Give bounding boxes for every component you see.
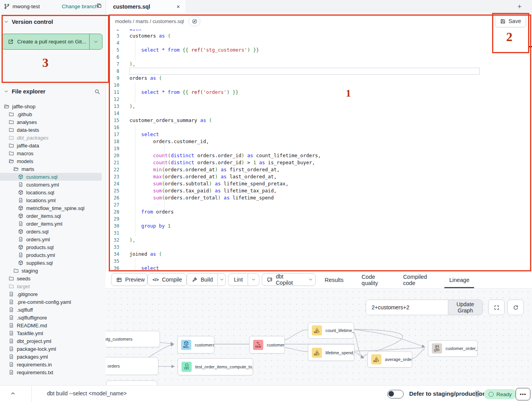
code-line-13[interactable]: 13), bbox=[106, 103, 532, 110]
file-tree-item-dbt-packages[interactable]: dbt_packages bbox=[0, 134, 106, 142]
lint-button[interactable]: Lint bbox=[228, 273, 259, 286]
version-control-header[interactable]: Version control bbox=[4, 19, 53, 25]
code-line-26[interactable]: 26 sum(orders.order_total) as lifetime_s… bbox=[106, 194, 532, 201]
change-branch-link[interactable]: Change branch bbox=[62, 0, 98, 13]
file-tree-item-macros[interactable]: macros bbox=[0, 149, 106, 157]
code-line-7[interactable]: 7), bbox=[106, 61, 532, 68]
file-tree-item-supplies-sql[interactable]: supplies.sql bbox=[0, 259, 106, 267]
file-tree-item-marts[interactable]: marts bbox=[0, 165, 106, 173]
save-button[interactable]: Save bbox=[495, 15, 526, 27]
panel-tab-code-quality[interactable]: Code quality bbox=[361, 272, 385, 288]
more-options-button[interactable]: ••• bbox=[516, 388, 530, 400]
file-tree-item-orders-yml[interactable]: orders.yml bbox=[0, 235, 106, 243]
branch-selector[interactable]: mwong-test bbox=[4, 0, 40, 13]
new-tab-button[interactable]: + bbox=[512, 0, 527, 13]
lineage-node-stg_customers[interactable]: stg_customers bbox=[106, 331, 160, 347]
pr-button-dropdown[interactable] bbox=[89, 34, 102, 49]
file-explorer-header[interactable]: File explorer bbox=[4, 88, 102, 95]
code-line-14[interactable]: 14 bbox=[106, 110, 532, 117]
lineage-node-orders[interactable]: orders bbox=[106, 357, 158, 375]
build-dropdown[interactable] bbox=[217, 274, 225, 285]
close-tab-icon[interactable]: × bbox=[176, 4, 180, 9]
file-tree-item-products-sql[interactable]: products.sql bbox=[0, 243, 106, 251]
scroll-position-indicator[interactable] bbox=[528, 46, 532, 47]
code-line-19[interactable]: 19 bbox=[106, 145, 532, 152]
code-line-3[interactable]: 3customers as ( bbox=[106, 32, 532, 39]
file-tree-item--sqlfluff[interactable]: .sqlfluff bbox=[0, 306, 106, 314]
lint-dropdown[interactable] bbox=[248, 274, 259, 285]
code-line-36[interactable]: 36 select bbox=[106, 265, 532, 272]
dbt-copilot-button[interactable]: dbt Copilot bbox=[262, 273, 316, 286]
code-line-23[interactable]: 23 max(orders.ordered_at) as last_ordere… bbox=[106, 173, 532, 180]
code-line-31[interactable]: 31 bbox=[106, 230, 532, 237]
copy-branch-icon[interactable] bbox=[96, 3, 102, 9]
file-tree-item-taskfile-yml[interactable]: Taskfile.yml bbox=[0, 329, 106, 337]
code-line-12[interactable]: 12 bbox=[106, 96, 532, 103]
panel-tab-results[interactable]: Results bbox=[325, 272, 343, 288]
code-line-5[interactable]: 5 select * from {{ ref('stg_customers') … bbox=[106, 47, 532, 54]
file-tree-item-readme-md[interactable]: README.md bbox=[0, 321, 106, 329]
file-tree-item-products-yml[interactable]: products.yml bbox=[0, 251, 106, 259]
file-tree-item-target[interactable]: target bbox=[0, 282, 106, 290]
lineage-node-test_order_items[interactable]: TSTtest_order_items_compute_to_bools... bbox=[178, 358, 253, 375]
file-tree-item--pre-commit-config-yaml[interactable]: .pre-commit-config.yaml bbox=[0, 298, 106, 306]
code-line-30[interactable]: 30 group by 1 bbox=[106, 223, 532, 230]
code-line-29[interactable]: 29 bbox=[106, 215, 532, 223]
file-tree-item-jaffle-data[interactable]: jaffle-data bbox=[0, 142, 106, 149]
fullscreen-button[interactable] bbox=[488, 300, 505, 315]
file-tree-item-packages-yml[interactable]: packages.yml bbox=[0, 353, 106, 361]
code-line-35[interactable]: 35 bbox=[106, 258, 532, 265]
code-line-8[interactable]: 8 bbox=[106, 68, 532, 75]
tab-customers-sql[interactable]: customers.sql × bbox=[106, 0, 186, 13]
code-line-18[interactable]: 18 orders.customer_id, bbox=[106, 138, 532, 145]
lineage-node-count_lifetime_orders[interactable]: METcount_lifetime_orders bbox=[308, 322, 354, 339]
preview-button[interactable]: Preview bbox=[111, 273, 147, 286]
file-tree-item--gitignore[interactable]: .gitignore bbox=[0, 290, 106, 298]
lineage-node-average_order_value[interactable]: METaverage_order_value bbox=[367, 351, 412, 368]
file-tree-item-locations-sql[interactable]: locations.sql bbox=[0, 188, 106, 196]
code-line-32[interactable]: 32), bbox=[106, 237, 532, 244]
file-tree-item-orders-sql[interactable]: orders.sql bbox=[0, 228, 106, 235]
file-tree-item-data-tests[interactable]: data-tests bbox=[0, 126, 106, 134]
command-hint[interactable]: dbt build --select <model_name> bbox=[47, 390, 127, 397]
lineage-node-customers_mdl[interactable]: MDLcustomers bbox=[177, 336, 214, 354]
file-tree-item-customers-sql[interactable]: customers.sql bbox=[0, 173, 102, 181]
code-line-24[interactable]: 24 sum(orders.subtotal) as lifetime_spen… bbox=[106, 180, 532, 187]
help-icon[interactable]: ? bbox=[474, 391, 480, 397]
code-line-9[interactable]: 9orders as ( bbox=[106, 75, 532, 82]
code-line-33[interactable]: 33 bbox=[106, 244, 532, 251]
file-tree-item-customers-yml[interactable]: customers.yml bbox=[0, 181, 106, 188]
file-tree-item-locations-yml[interactable]: locations.yml bbox=[0, 196, 106, 204]
code-line-28[interactable]: 28 from orders bbox=[106, 208, 532, 215]
refresh-button[interactable] bbox=[507, 300, 524, 315]
code-line-34[interactable]: 34joined as ( bbox=[106, 251, 532, 258]
build-button[interactable]: Build bbox=[187, 273, 226, 286]
panel-tab-compiled-code[interactable]: Compiled code bbox=[403, 272, 431, 288]
code-line-6[interactable]: 6 bbox=[106, 54, 532, 61]
code-line-11[interactable]: 11 select * from {{ ref('orders') }} bbox=[106, 89, 532, 96]
code-line-15[interactable]: 15customer_orders_summary as ( bbox=[106, 117, 532, 124]
file-tree-item-analyses[interactable]: analyses bbox=[0, 118, 106, 126]
lineage-node-customers_sem[interactable]: SEMcustomers bbox=[249, 336, 285, 354]
code-line-17[interactable]: 17 select bbox=[106, 131, 532, 138]
code-line-27[interactable]: 27 bbox=[106, 201, 532, 208]
code-line-10[interactable]: 10 bbox=[106, 82, 532, 89]
code-line-16[interactable]: 16 bbox=[106, 124, 532, 131]
lineage-node-lifetime_spend_pretax[interactable]: METlifetime_spend_pretax bbox=[308, 344, 354, 361]
compile-button[interactable]: </> Compile bbox=[147, 273, 187, 286]
model-docs-button[interactable] bbox=[189, 16, 200, 26]
file-tree-item--sqlfluffignore[interactable]: .sqlfluffignore bbox=[0, 314, 106, 321]
code-line-2[interactable]: 2with bbox=[106, 29, 532, 32]
code-line-20[interactable]: 20 count(distinct orders.order_id) as co… bbox=[106, 152, 532, 159]
code-line-25[interactable]: 25 sum(orders.tax_paid) as lifetime_tax_… bbox=[106, 187, 532, 194]
code-line-21[interactable]: 21 count(distinct orders.order_id) > 1 a… bbox=[106, 159, 532, 166]
file-tree-item-metricflow-time-spine-sql[interactable]: metricflow_time_spine.sql bbox=[0, 204, 106, 212]
copilot-dropdown[interactable] bbox=[306, 274, 315, 285]
file-tree-item-order-items-yml[interactable]: order_items.yml bbox=[0, 220, 106, 228]
file-tree-item-models[interactable]: models bbox=[0, 157, 106, 165]
expand-command-bar-icon[interactable] bbox=[10, 391, 16, 396]
file-tree-item-staging[interactable]: staging bbox=[0, 267, 106, 275]
file-tree-item-order-items-sql[interactable]: order_items.sql bbox=[0, 212, 106, 220]
update-graph-button[interactable]: Update Graph bbox=[448, 300, 482, 315]
code-line-4[interactable]: 4 bbox=[106, 39, 532, 47]
